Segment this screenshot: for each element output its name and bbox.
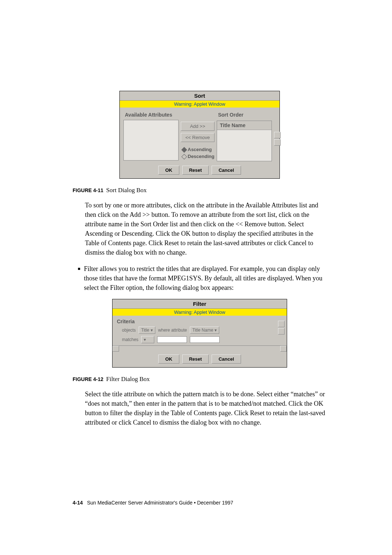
descending-radio[interactable]: Descending (181, 153, 215, 160)
ascending-radio[interactable]: Ascending (181, 146, 215, 153)
filter-dialog: Filter Warning: Applet Window Criteria o… (112, 299, 287, 368)
remove-button[interactable]: << Remove (181, 133, 215, 142)
attribute-select[interactable]: Title Name ▾ (190, 327, 219, 334)
criteria-label: Criteria (116, 319, 283, 327)
figure-sort-dialog: Sort Warning: Applet Window Available At… (73, 91, 327, 179)
sort-dialog-title: Sort (120, 91, 279, 101)
filter-warning-bar: Warning: Applet Window (113, 309, 287, 316)
available-attributes-label: Available Attributes (123, 110, 179, 120)
add-button[interactable]: Add >> (181, 122, 215, 131)
title-select[interactable]: Title ▾ (139, 327, 155, 334)
bullet-icon: ■ (78, 266, 80, 292)
filter-paragraph: Select the title attribute on which the … (85, 389, 327, 427)
available-attributes-list[interactable] (123, 120, 179, 161)
filter-ok-button[interactable]: OK (158, 355, 179, 364)
page-footer: 4-14 Sun MediaCenter Server Administrato… (73, 500, 327, 516)
figure-caption-1: FIGURE 4-11 Sort Dialog Box (73, 187, 327, 194)
sort-order-item[interactable]: Title Name (217, 121, 271, 130)
filter-reset-button[interactable]: Reset (182, 355, 209, 364)
horizontal-scrollbar[interactable] (113, 345, 287, 352)
figure-caption-2: FIGURE 4-12 Filter Dialog Box (73, 376, 327, 383)
filter-scroll-down-icon[interactable] (278, 328, 285, 335)
scroll-down-icon[interactable] (274, 139, 281, 146)
figure-filter-dialog: Filter Warning: Applet Window Criteria o… (73, 299, 327, 368)
matches-label: matches (122, 337, 138, 342)
filter-dialog-title: Filter (113, 299, 287, 309)
diamond-off-icon (181, 154, 187, 160)
diamond-on-icon (181, 147, 187, 153)
sort-dialog: Sort Warning: Applet Window Available At… (119, 91, 280, 179)
sort-order-list[interactable]: Title Name (217, 121, 272, 161)
where-attribute-label: where attribute (158, 328, 187, 333)
sort-ok-button[interactable]: OK (158, 166, 179, 175)
sort-order-label: Sort Order (217, 110, 272, 120)
sort-paragraph: To sort by one or more attributes, click… (85, 200, 327, 258)
sort-reset-button[interactable]: Reset (182, 166, 209, 175)
filter-scroll-up-icon[interactable] (278, 321, 285, 327)
scroll-up-icon[interactable] (274, 132, 281, 138)
sort-cancel-button[interactable]: Cancel (212, 166, 241, 175)
sort-warning-bar: Warning: Applet Window (120, 101, 279, 108)
pattern-input-1[interactable] (157, 336, 187, 343)
objects-label: objects (122, 328, 136, 333)
filter-cancel-button[interactable]: Cancel (212, 355, 241, 364)
pattern-input-2[interactable] (190, 336, 220, 343)
filter-bullet-text: Filter allows you to restrict the titles… (84, 264, 327, 292)
matches-select[interactable]: ▾ (141, 336, 154, 343)
